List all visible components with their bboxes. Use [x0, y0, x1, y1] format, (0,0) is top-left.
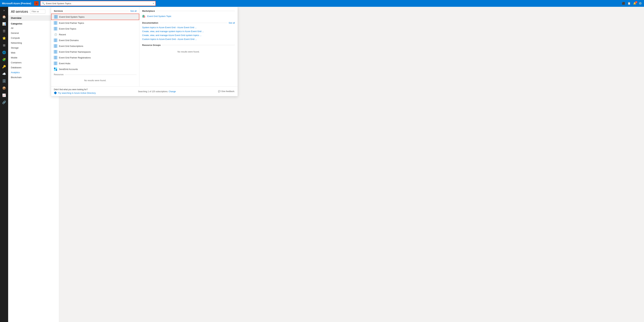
service-item-sendgrid[interactable]: SendGrid Accounts — [51, 66, 139, 72]
top-nav-icons: ⬛ 📋 🔔 1 ⚙️ — [622, 2, 642, 5]
svg-rect-34 — [54, 53, 55, 53]
sidebar-icon-key[interactable]: 🔑 — [1, 63, 8, 70]
service-item-event-hubs[interactable]: Event Hubs — [51, 60, 139, 66]
change-link[interactable]: Change — [169, 90, 176, 93]
doc-link-3[interactable]: Create, view, and manage Azure Event Gri… — [140, 33, 238, 37]
svg-rect-35 — [56, 53, 57, 53]
feedback-icon[interactable]: 📋 — [628, 2, 631, 5]
sidebar: » 🏠 📊 ☰ ⭐ ⊞ 🌐 🧩 🔑 ☁️ 🗄️ 📦 📈 🔗 — [0, 7, 8, 322]
search-dropdown: Services See all — [51, 7, 238, 96]
service-item-event-grid-system-topics[interactable]: Event Grid System Topics — [51, 14, 139, 20]
svg-rect-15 — [56, 28, 57, 29]
documentation-see-all[interactable]: See all — [228, 22, 235, 24]
resources-label: Resources — [54, 73, 64, 76]
settings-icon[interactable]: ⚙️ — [639, 2, 642, 5]
all-services-title: All services — [11, 10, 28, 14]
svg-rect-6 — [54, 22, 55, 22]
svg-rect-46 — [54, 64, 55, 65]
documentation-divider — [160, 23, 228, 23]
event-grid-subscriptions-icon — [54, 44, 57, 48]
svg-rect-4 — [54, 18, 56, 18]
content-area: All services Overview Categories All Gen… — [8, 7, 644, 322]
svg-rect-2 — [54, 16, 56, 17]
sidebar-icon-cloud[interactable]: ☁️ — [1, 70, 8, 77]
sidebar-icon-home[interactable]: 🏠 — [1, 14, 8, 20]
recent-icon: 🕐 — [54, 33, 57, 36]
sidebar-icon-puzzle[interactable]: 🧩 — [1, 56, 8, 63]
sidebar-icon-blockchain[interactable]: 🔗 — [1, 99, 8, 106]
service-label-event-grid-topics: Event Grid Topics — [59, 28, 76, 30]
sidebar-icon-list[interactable]: ☰ — [1, 28, 8, 34]
service-label-event-grid-subscriptions: Event Grid Subscriptions — [59, 45, 83, 48]
services-section-title: Services — [54, 10, 63, 12]
dropdown-services-column: Services See all — [51, 7, 140, 86]
svg-rect-26 — [54, 46, 55, 46]
marketplace-section-header: Marketplace — [140, 9, 238, 14]
svg-rect-45 — [56, 63, 57, 64]
event-grid-topics-icon — [54, 27, 57, 30]
search-input[interactable] — [46, 2, 152, 5]
service-label-partner-topics: Event Grid Partner Topics — [59, 22, 84, 24]
resource-groups-header: Resource Groups — [140, 43, 238, 48]
svg-rect-24 — [54, 44, 55, 45]
service-item-recent[interactable]: 🕐 Recent — [51, 32, 139, 37]
terminal-icon[interactable]: ⬛ — [622, 2, 625, 5]
azure-active-directory-link[interactable]: Try searching in Azure Active Directory — [54, 91, 96, 94]
svg-rect-7 — [56, 22, 57, 22]
service-item-event-grid-topics[interactable]: Event Grid Topics — [51, 26, 139, 32]
resources-divider — [65, 74, 136, 75]
svg-rect-44 — [54, 63, 55, 64]
resources-no-results: No results were found. — [51, 76, 139, 84]
svg-rect-32 — [54, 52, 55, 52]
doc-link-2[interactable]: Create, view, and manage system topics i… — [140, 30, 238, 33]
svg-rect-42 — [54, 62, 55, 62]
service-item-event-grid-partner-namespaces[interactable]: Event Grid Partner Namespaces — [51, 49, 139, 55]
doc-link-1[interactable]: System topics in Azure Event Grid - Azur… — [140, 26, 238, 30]
svg-rect-48 — [54, 68, 55, 69]
service-label-partner-registrations: Event Grid Partner Registrations — [59, 56, 91, 59]
app-title: Microsoft Azure (Preview) — [2, 2, 31, 5]
sidebar-icon-analytics[interactable]: 📈 — [1, 92, 8, 99]
footer-right: Searching 1 of 125 subscriptions. Change — [138, 90, 176, 93]
main-layout: » 🏠 📊 ☰ ⭐ ⊞ 🌐 🧩 🔑 ☁️ 🗄️ 📦 📈 🔗 All servic… — [0, 7, 644, 322]
filter-input[interactable] — [30, 10, 45, 14]
service-item-event-grid-partner-registrations[interactable]: Event Grid Partner Registrations — [51, 55, 139, 60]
bell-icon[interactable]: 🔔 1 — [633, 2, 636, 5]
svg-rect-29 — [56, 47, 57, 48]
sidebar-icon-globe[interactable]: 🌐 — [1, 49, 8, 56]
svg-rect-49 — [56, 68, 57, 69]
sidebar-icon-grid[interactable]: ⊞ — [1, 42, 8, 49]
not-found-label: Didn't find what you were looking for? — [54, 88, 96, 91]
sidebar-icon-containers[interactable]: 📦 — [1, 85, 8, 92]
marketplace-item[interactable]: 🛍️ Event Grid System Topic — [140, 14, 238, 19]
svg-rect-25 — [56, 44, 57, 45]
footer-left: Didn't find what you were looking for? T… — [54, 88, 96, 94]
service-item-event-grid-domains[interactable]: Event Grid Domains — [51, 37, 139, 43]
feedback-icon: 💬 — [218, 90, 220, 92]
svg-rect-19 — [56, 39, 57, 40]
search-clear-button[interactable]: × — [153, 2, 154, 5]
sidebar-toggle[interactable]: » — [0, 8, 8, 13]
svg-rect-33 — [56, 52, 57, 52]
svg-rect-9 — [56, 22, 57, 23]
dropdown-footer: Didn't find what you were looking for? T… — [51, 86, 238, 96]
svg-rect-12 — [54, 27, 55, 28]
service-item-event-grid-subscriptions[interactable]: Event Grid Subscriptions — [51, 43, 139, 49]
svg-rect-21 — [56, 40, 57, 40]
sidebar-icon-dashboard[interactable]: 📊 — [1, 20, 8, 27]
documentation-section-header: Documentation See all — [140, 21, 238, 26]
svg-rect-41 — [56, 58, 57, 59]
service-label-partner-namespaces: Event Grid Partner Namespaces — [59, 50, 91, 53]
service-item-event-grid-partner-topics[interactable]: Event Grid Partner Topics — [51, 20, 139, 26]
svg-rect-51 — [56, 69, 57, 71]
service-label-recent: Recent — [59, 33, 66, 36]
sidebar-icon-star[interactable]: ⭐ — [1, 35, 8, 42]
sendgrid-icon — [54, 68, 57, 71]
svg-rect-38 — [54, 57, 55, 58]
doc-link-4[interactable]: Custom topics in Azure Event Grid - Azur… — [140, 37, 238, 41]
marketplace-divider — [156, 11, 235, 11]
resources-section: Resources — [51, 72, 139, 76]
feedback-button[interactable]: 💬 Give feedback. — [218, 90, 235, 92]
services-see-all[interactable]: See all — [130, 10, 136, 12]
sidebar-icon-database[interactable]: 🗄️ — [1, 78, 8, 84]
